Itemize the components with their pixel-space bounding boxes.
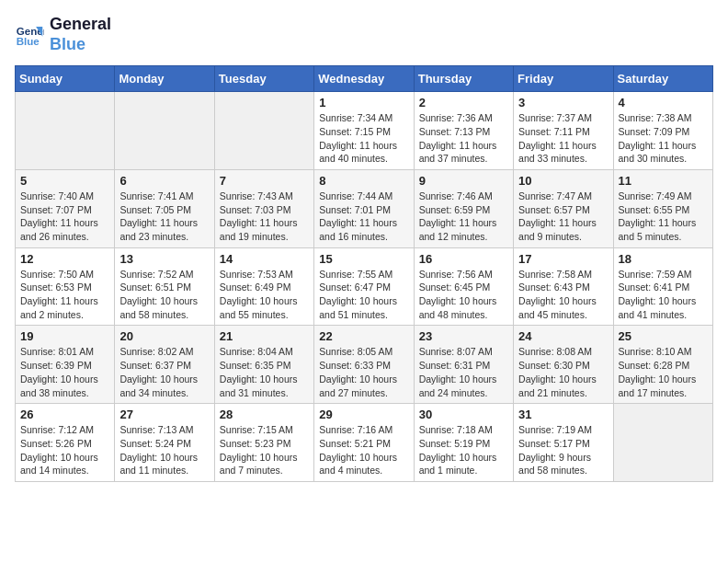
svg-text:Blue: Blue [17, 35, 40, 46]
day-info: Sunrise: 8:08 AM Sunset: 6:30 PM Dayligh… [518, 345, 608, 399]
day-number: 14 [220, 252, 309, 266]
day-number: 20 [119, 329, 209, 343]
day-number: 28 [220, 408, 309, 421]
calendar-cell: 13Sunrise: 7:52 AM Sunset: 6:51 PM Dayli… [115, 247, 214, 326]
calendar-cell [115, 92, 214, 170]
day-info: Sunrise: 7:47 AM Sunset: 6:57 PM Dayligh… [518, 190, 608, 244]
day-info: Sunrise: 7:13 AM Sunset: 5:24 PM Dayligh… [119, 423, 209, 477]
day-number: 21 [220, 329, 309, 343]
day-number: 5 [20, 174, 109, 188]
calendar-week-row: 19Sunrise: 8:01 AM Sunset: 6:39 PM Dayli… [16, 326, 713, 404]
day-number: 12 [20, 252, 109, 266]
calendar-cell: 23Sunrise: 8:07 AM Sunset: 6:31 PM Dayli… [414, 326, 513, 404]
day-number: 26 [20, 408, 109, 421]
calendar-cell: 26Sunrise: 7:12 AM Sunset: 5:26 PM Dayli… [16, 404, 115, 482]
day-number: 19 [20, 329, 109, 343]
weekday-header-row: SundayMondayTuesdayWednesdayThursdayFrid… [16, 66, 713, 92]
calendar-cell: 16Sunrise: 7:56 AM Sunset: 6:45 PM Dayli… [414, 247, 513, 326]
calendar-cell: 17Sunrise: 7:58 AM Sunset: 6:43 PM Dayli… [514, 247, 613, 326]
calendar-cell: 11Sunrise: 7:49 AM Sunset: 6:55 PM Dayli… [613, 169, 712, 247]
weekday-header-sunday: Sunday [16, 66, 115, 92]
day-info: Sunrise: 8:07 AM Sunset: 6:31 PM Dayligh… [419, 345, 508, 399]
calendar-cell: 9Sunrise: 7:46 AM Sunset: 6:59 PM Daylig… [414, 169, 513, 247]
day-number: 24 [518, 329, 608, 343]
day-info: Sunrise: 7:19 AM Sunset: 5:17 PM Dayligh… [518, 423, 608, 477]
day-info: Sunrise: 7:15 AM Sunset: 5:23 PM Dayligh… [220, 423, 309, 477]
day-number: 4 [619, 96, 708, 109]
day-number: 18 [619, 252, 708, 266]
day-number: 1 [319, 96, 408, 109]
calendar-cell: 31Sunrise: 7:19 AM Sunset: 5:17 PM Dayli… [514, 404, 613, 482]
calendar-cell: 4Sunrise: 7:38 AM Sunset: 7:09 PM Daylig… [613, 92, 712, 170]
day-info: Sunrise: 7:55 AM Sunset: 6:47 PM Dayligh… [319, 268, 408, 322]
calendar-cell: 15Sunrise: 7:55 AM Sunset: 6:47 PM Dayli… [314, 247, 414, 326]
calendar-cell: 5Sunrise: 7:40 AM Sunset: 7:07 PM Daylig… [16, 169, 115, 247]
day-info: Sunrise: 7:12 AM Sunset: 5:26 PM Dayligh… [20, 423, 109, 477]
calendar-cell: 1Sunrise: 7:34 AM Sunset: 7:15 PM Daylig… [314, 92, 414, 170]
day-number: 11 [619, 174, 708, 188]
day-info: Sunrise: 7:38 AM Sunset: 7:09 PM Dayligh… [619, 111, 708, 166]
calendar-cell [16, 92, 115, 170]
weekday-header-monday: Monday [115, 66, 214, 92]
day-info: Sunrise: 8:05 AM Sunset: 6:33 PM Dayligh… [319, 345, 408, 399]
day-info: Sunrise: 7:58 AM Sunset: 6:43 PM Dayligh… [518, 268, 608, 322]
day-info: Sunrise: 7:49 AM Sunset: 6:55 PM Dayligh… [619, 190, 708, 244]
calendar-cell: 2Sunrise: 7:36 AM Sunset: 7:13 PM Daylig… [414, 92, 513, 170]
calendar-week-row: 5Sunrise: 7:40 AM Sunset: 7:07 PM Daylig… [16, 169, 713, 247]
day-number: 23 [419, 329, 508, 343]
day-number: 29 [319, 408, 408, 421]
calendar-cell [214, 92, 313, 170]
weekday-header-tuesday: Tuesday [214, 66, 313, 92]
day-number: 22 [319, 329, 408, 343]
day-info: Sunrise: 7:37 AM Sunset: 7:11 PM Dayligh… [518, 111, 608, 166]
day-number: 7 [220, 174, 309, 188]
logo: General Blue General Blue [15, 15, 111, 54]
calendar-cell: 29Sunrise: 7:16 AM Sunset: 5:21 PM Dayli… [314, 404, 414, 482]
calendar-cell: 3Sunrise: 7:37 AM Sunset: 7:11 PM Daylig… [514, 92, 613, 170]
day-number: 3 [518, 96, 608, 109]
day-info: Sunrise: 8:04 AM Sunset: 6:35 PM Dayligh… [220, 345, 309, 399]
calendar-cell: 6Sunrise: 7:41 AM Sunset: 7:05 PM Daylig… [115, 169, 214, 247]
calendar-cell: 21Sunrise: 8:04 AM Sunset: 6:35 PM Dayli… [214, 326, 313, 404]
page-header: General Blue General Blue [15, 15, 713, 54]
calendar-cell [613, 404, 712, 482]
day-info: Sunrise: 7:50 AM Sunset: 6:53 PM Dayligh… [20, 268, 109, 322]
day-info: Sunrise: 7:34 AM Sunset: 7:15 PM Dayligh… [319, 111, 408, 166]
day-number: 16 [419, 252, 508, 266]
calendar-cell: 20Sunrise: 8:02 AM Sunset: 6:37 PM Dayli… [115, 326, 214, 404]
day-info: Sunrise: 7:59 AM Sunset: 6:41 PM Dayligh… [619, 268, 708, 322]
logo-icon: General Blue [15, 20, 44, 50]
day-info: Sunrise: 7:44 AM Sunset: 7:01 PM Dayligh… [319, 190, 408, 244]
calendar-cell: 7Sunrise: 7:43 AM Sunset: 7:03 PM Daylig… [214, 169, 313, 247]
day-number: 25 [619, 329, 708, 343]
day-number: 8 [319, 174, 408, 188]
weekday-header-thursday: Thursday [414, 66, 513, 92]
calendar-cell: 30Sunrise: 7:18 AM Sunset: 5:19 PM Dayli… [414, 404, 513, 482]
day-number: 6 [119, 174, 209, 188]
day-info: Sunrise: 7:18 AM Sunset: 5:19 PM Dayligh… [419, 423, 508, 477]
day-info: Sunrise: 7:43 AM Sunset: 7:03 PM Dayligh… [220, 190, 309, 244]
day-info: Sunrise: 7:46 AM Sunset: 6:59 PM Dayligh… [419, 190, 508, 244]
calendar-table: SundayMondayTuesdayWednesdayThursdayFrid… [15, 65, 713, 482]
calendar-cell: 22Sunrise: 8:05 AM Sunset: 6:33 PM Dayli… [314, 326, 414, 404]
day-number: 30 [419, 408, 508, 421]
day-number: 31 [518, 408, 608, 421]
day-info: Sunrise: 8:01 AM Sunset: 6:39 PM Dayligh… [20, 345, 109, 399]
calendar-week-row: 1Sunrise: 7:34 AM Sunset: 7:15 PM Daylig… [16, 92, 713, 170]
weekday-header-saturday: Saturday [613, 66, 712, 92]
day-number: 17 [518, 252, 608, 266]
weekday-header-wednesday: Wednesday [314, 66, 414, 92]
calendar-cell: 18Sunrise: 7:59 AM Sunset: 6:41 PM Dayli… [613, 247, 712, 326]
calendar-cell: 27Sunrise: 7:13 AM Sunset: 5:24 PM Dayli… [115, 404, 214, 482]
day-info: Sunrise: 8:10 AM Sunset: 6:28 PM Dayligh… [619, 345, 708, 399]
day-info: Sunrise: 7:53 AM Sunset: 6:49 PM Dayligh… [220, 268, 309, 322]
day-number: 9 [419, 174, 508, 188]
calendar-cell: 19Sunrise: 8:01 AM Sunset: 6:39 PM Dayli… [16, 326, 115, 404]
day-info: Sunrise: 7:52 AM Sunset: 6:51 PM Dayligh… [119, 268, 209, 322]
calendar-cell: 14Sunrise: 7:53 AM Sunset: 6:49 PM Dayli… [214, 247, 313, 326]
calendar-week-row: 26Sunrise: 7:12 AM Sunset: 5:26 PM Dayli… [16, 404, 713, 482]
day-info: Sunrise: 7:56 AM Sunset: 6:45 PM Dayligh… [419, 268, 508, 322]
day-number: 15 [319, 252, 408, 266]
calendar-cell: 12Sunrise: 7:50 AM Sunset: 6:53 PM Dayli… [16, 247, 115, 326]
day-info: Sunrise: 7:41 AM Sunset: 7:05 PM Dayligh… [119, 190, 209, 244]
